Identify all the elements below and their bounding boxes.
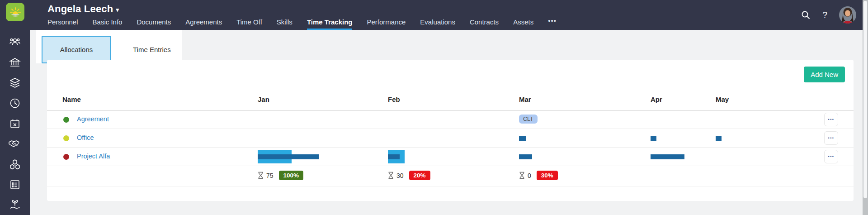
allocation-bar-mar[interactable] [519,154,532,159]
add-new-button[interactable]: Add New [804,67,845,82]
subtab-bar: Allocations Time Entries [36,30,182,63]
growth-icon [8,199,22,211]
row-link-agreement[interactable]: Agreement [77,115,109,123]
column-header-jan: Jan [258,96,269,103]
people-icon [9,36,21,48]
tab-basic-info[interactable]: Basic Info [93,18,123,30]
summary-cell-jan: 75 100% [258,171,303,180]
tab-personnel[interactable]: Personnel [47,18,78,30]
sidebar-item-agreements[interactable] [0,134,30,154]
status-dot-red [63,154,69,160]
summary-cell-feb: 30 20% [388,171,430,180]
employee-name: Angela Leech [47,3,113,14]
column-header-mar: Mar [519,96,531,103]
status-dot-yellow [63,135,69,141]
percent-badge-green: 100% [279,171,304,180]
top-header: Angela Leech▾ Personnel Basic Info Docum… [0,0,868,30]
allocations-panel: Add New Name Jan Feb Mar Apr May Agreeme… [47,60,854,201]
tab-time-entries[interactable]: Time Entries [127,36,177,63]
search-icon[interactable] [801,10,811,20]
table-row-office: Office ••• [47,129,854,148]
sidebar-item-company[interactable] [0,52,30,72]
allocation-bar-feb[interactable] [388,154,400,159]
tab-evaluations[interactable]: Evaluations [420,18,455,30]
tab-assets[interactable]: Assets [513,18,533,30]
allocation-bar-jan[interactable] [258,154,319,159]
calendar-x-icon [9,117,21,130]
checklist-icon [9,178,21,191]
column-header-feb: Feb [388,96,400,103]
clt-badge[interactable]: CLT [519,115,538,124]
status-dot-green [63,117,69,123]
allocation-bar-mar[interactable] [519,136,526,141]
avatar-photo [839,6,856,24]
chevron-down-icon: ▾ [116,6,119,13]
help-icon[interactable]: ? [822,10,827,20]
hours-value: 30 [396,172,404,179]
tab-performance[interactable]: Performance [367,18,406,30]
sidebar-item-layers[interactable] [0,72,30,93]
tab-allocations-label: Allocations [60,46,93,53]
tab-skills[interactable]: Skills [277,18,292,30]
sunrise-logo-icon [9,5,22,19]
tab-agreements[interactable]: Agreements [185,18,222,30]
sidebar-item-time-off[interactable] [0,113,30,134]
row-link-project-alfa[interactable]: Project Alfa [77,153,110,160]
scrollbar-thumb[interactable] [863,1,867,198]
employee-nav: Personnel Basic Info Documents Agreement… [47,17,557,30]
sidebar-item-time[interactable] [0,93,30,113]
hourglass-icon [519,172,525,179]
row-menu-button[interactable]: ••• [824,150,838,163]
layers-icon [9,76,21,89]
sidebar-item-assets[interactable] [0,154,30,174]
app-sidebar [0,30,30,215]
summary-row: 75 100% 30 20% 0 30% [47,166,854,186]
row-link-office[interactable]: Office [77,134,94,141]
vertical-scrollbar[interactable] [863,0,868,215]
percent-badge-red: 30% [537,171,558,180]
table-row-project-alfa: Project Alfa ••• [47,148,854,166]
table-header: Name Jan Feb Mar Apr May [47,89,854,110]
column-header-name: Name [62,96,81,103]
summary-cell-mar: 0 30% [519,171,558,180]
hours-value: 75 [266,172,274,179]
user-avatar[interactable] [839,6,856,24]
percent-badge-red: 20% [409,171,430,180]
cubes-icon [9,158,21,171]
tab-time-entries-label: Time Entries [133,46,171,53]
column-header-may: May [716,96,729,103]
tab-allocations[interactable]: Allocations [42,36,111,63]
hourglass-icon [388,172,394,179]
nav-more-icon[interactable]: ••• [548,17,557,30]
sidebar-item-checklist[interactable] [0,174,30,195]
hourglass-icon [258,172,264,179]
table-row-agreement: Agreement CLT ••• [47,110,854,129]
row-menu-button[interactable]: ••• [824,131,838,145]
row-menu-button[interactable]: ••• [824,113,838,126]
tab-time-off[interactable]: Time Off [236,18,262,30]
app-logo[interactable] [6,3,24,21]
column-header-apr: Apr [651,96,662,103]
bank-icon [9,56,21,69]
tab-time-tracking[interactable]: Time Tracking [307,18,353,30]
header-actions: ? [801,0,856,30]
employee-selector[interactable]: Angela Leech▾ [47,3,119,15]
sidebar-item-people[interactable] [0,32,30,52]
handshake-icon [8,138,22,150]
tab-documents[interactable]: Documents [137,18,171,30]
allocation-bar-apr[interactable] [651,136,656,141]
clock-icon [9,97,21,110]
tab-contracts[interactable]: Contracts [470,18,499,30]
sidebar-item-growth[interactable] [0,195,30,215]
allocation-bar-may[interactable] [716,136,722,141]
hours-value: 0 [528,172,531,179]
time-tracking-page: Angela Leech▾ Personnel Basic Info Docum… [0,0,868,215]
allocation-bar-apr[interactable] [651,154,684,159]
